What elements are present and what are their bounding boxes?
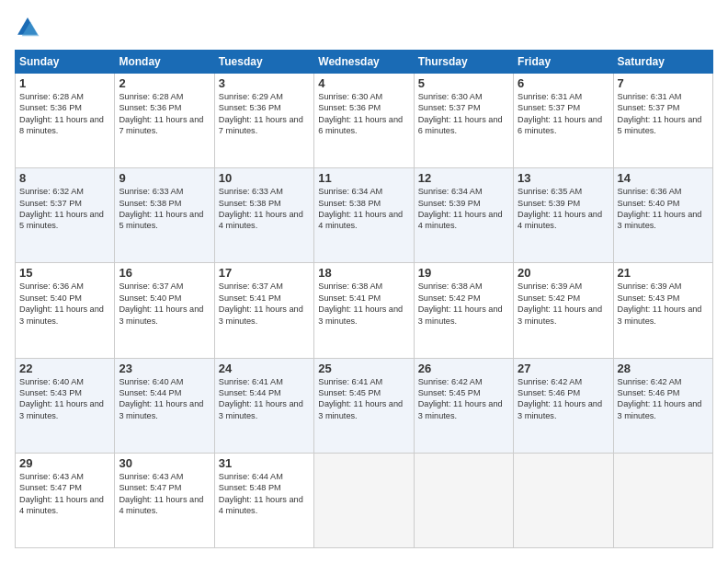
- week-row-4: 22Sunrise: 6:40 AMSunset: 5:43 PMDayligh…: [16, 358, 713, 453]
- weekday-wednesday: Wednesday: [314, 51, 414, 74]
- cell-info: Sunrise: 6:33 AMSunset: 5:38 PMDaylight:…: [219, 187, 303, 230]
- calendar-cell: 20Sunrise: 6:39 AMSunset: 5:42 PMDayligh…: [514, 263, 613, 358]
- day-number: 14: [618, 171, 709, 185]
- calendar-cell: 4Sunrise: 6:30 AMSunset: 5:36 PMDaylight…: [314, 74, 414, 168]
- calendar-cell: 6Sunrise: 6:31 AMSunset: 5:37 PMDaylight…: [514, 74, 613, 168]
- day-number: 24: [219, 362, 310, 375]
- calendar-cell: 30Sunrise: 6:43 AMSunset: 5:47 PMDayligh…: [115, 453, 214, 547]
- cell-info: Sunrise: 6:39 AMSunset: 5:42 PMDaylight:…: [518, 282, 602, 325]
- cell-info: Sunrise: 6:36 AMSunset: 5:40 PMDaylight:…: [618, 187, 702, 230]
- calendar-cell: 31Sunrise: 6:44 AMSunset: 5:48 PMDayligh…: [214, 453, 313, 547]
- calendar-cell: 27Sunrise: 6:42 AMSunset: 5:46 PMDayligh…: [514, 358, 613, 453]
- day-number: 1: [19, 76, 110, 90]
- calendar-cell: 10Sunrise: 6:33 AMSunset: 5:38 PMDayligh…: [214, 168, 313, 263]
- day-number: 22: [19, 362, 110, 375]
- cell-info: Sunrise: 6:43 AMSunset: 5:47 PMDaylight:…: [19, 472, 104, 515]
- day-number: 3: [219, 76, 310, 90]
- day-number: 13: [518, 171, 609, 185]
- day-number: 18: [318, 266, 409, 280]
- cell-info: Sunrise: 6:41 AMSunset: 5:44 PMDaylight:…: [219, 377, 303, 420]
- week-row-5: 29Sunrise: 6:43 AMSunset: 5:47 PMDayligh…: [16, 453, 713, 547]
- cell-info: Sunrise: 6:31 AMSunset: 5:37 PMDaylight:…: [618, 92, 702, 135]
- day-number: 21: [618, 266, 709, 280]
- weekday-thursday: Thursday: [414, 51, 513, 74]
- cell-info: Sunrise: 6:42 AMSunset: 5:45 PMDaylight:…: [418, 377, 503, 420]
- day-number: 11: [318, 171, 409, 185]
- day-number: 15: [19, 266, 110, 280]
- weekday-sunday: Sunday: [16, 51, 115, 74]
- day-number: 8: [19, 171, 110, 185]
- cell-info: Sunrise: 6:29 AMSunset: 5:36 PMDaylight:…: [219, 92, 303, 135]
- weekday-monday: Monday: [115, 51, 214, 74]
- cell-info: Sunrise: 6:44 AMSunset: 5:48 PMDaylight:…: [219, 472, 303, 515]
- day-number: 30: [119, 456, 210, 470]
- calendar-cell: 28Sunrise: 6:42 AMSunset: 5:46 PMDayligh…: [613, 358, 712, 453]
- calendar-cell: 9Sunrise: 6:33 AMSunset: 5:38 PMDaylight…: [115, 168, 214, 263]
- calendar-cell: 14Sunrise: 6:36 AMSunset: 5:40 PMDayligh…: [613, 168, 712, 263]
- cell-info: Sunrise: 6:41 AMSunset: 5:45 PMDaylight:…: [318, 377, 403, 420]
- day-number: 23: [119, 362, 210, 375]
- calendar-cell: 18Sunrise: 6:38 AMSunset: 5:41 PMDayligh…: [314, 263, 414, 358]
- logo: [15, 15, 44, 40]
- weekday-header-row: SundayMondayTuesdayWednesdayThursdayFrid…: [16, 51, 713, 74]
- cell-info: Sunrise: 6:36 AMSunset: 5:40 PMDaylight:…: [19, 282, 104, 325]
- cell-info: Sunrise: 6:32 AMSunset: 5:37 PMDaylight:…: [19, 187, 104, 230]
- calendar-cell: 1Sunrise: 6:28 AMSunset: 5:36 PMDaylight…: [16, 74, 115, 168]
- calendar-cell: 25Sunrise: 6:41 AMSunset: 5:45 PMDayligh…: [314, 358, 414, 453]
- day-number: 5: [418, 76, 509, 90]
- calendar-cell: 19Sunrise: 6:38 AMSunset: 5:42 PMDayligh…: [414, 263, 513, 358]
- calendar-cell: 17Sunrise: 6:37 AMSunset: 5:41 PMDayligh…: [214, 263, 313, 358]
- cell-info: Sunrise: 6:37 AMSunset: 5:41 PMDaylight:…: [219, 282, 303, 325]
- calendar-cell: 8Sunrise: 6:32 AMSunset: 5:37 PMDaylight…: [16, 168, 115, 263]
- calendar-cell: 11Sunrise: 6:34 AMSunset: 5:38 PMDayligh…: [314, 168, 414, 263]
- calendar-cell: [514, 453, 613, 547]
- day-number: 10: [219, 171, 310, 185]
- calendar-cell: 2Sunrise: 6:28 AMSunset: 5:36 PMDaylight…: [115, 74, 214, 168]
- calendar-cell: 13Sunrise: 6:35 AMSunset: 5:39 PMDayligh…: [514, 168, 613, 263]
- cell-info: Sunrise: 6:28 AMSunset: 5:36 PMDaylight:…: [119, 92, 203, 135]
- calendar-cell: [613, 453, 712, 547]
- cell-info: Sunrise: 6:43 AMSunset: 5:47 PMDaylight:…: [119, 472, 203, 515]
- calendar-cell: 15Sunrise: 6:36 AMSunset: 5:40 PMDayligh…: [16, 263, 115, 358]
- cell-info: Sunrise: 6:39 AMSunset: 5:43 PMDaylight:…: [618, 282, 702, 325]
- logo-icon: [15, 15, 40, 40]
- calendar-cell: 3Sunrise: 6:29 AMSunset: 5:36 PMDaylight…: [214, 74, 313, 168]
- cell-info: Sunrise: 6:38 AMSunset: 5:42 PMDaylight:…: [418, 282, 503, 325]
- cell-info: Sunrise: 6:35 AMSunset: 5:39 PMDaylight:…: [518, 187, 602, 230]
- calendar-cell: 24Sunrise: 6:41 AMSunset: 5:44 PMDayligh…: [214, 358, 313, 453]
- week-row-2: 8Sunrise: 6:32 AMSunset: 5:37 PMDaylight…: [16, 168, 713, 263]
- cell-info: Sunrise: 6:42 AMSunset: 5:46 PMDaylight:…: [518, 377, 602, 420]
- cell-info: Sunrise: 6:40 AMSunset: 5:44 PMDaylight:…: [119, 377, 203, 420]
- calendar-cell: 26Sunrise: 6:42 AMSunset: 5:45 PMDayligh…: [414, 358, 513, 453]
- calendar-cell: [314, 453, 414, 547]
- day-number: 28: [618, 362, 709, 375]
- day-number: 7: [618, 76, 709, 90]
- calendar-cell: 16Sunrise: 6:37 AMSunset: 5:40 PMDayligh…: [115, 263, 214, 358]
- cell-info: Sunrise: 6:33 AMSunset: 5:38 PMDaylight:…: [119, 187, 203, 230]
- day-number: 29: [19, 456, 110, 470]
- day-number: 27: [518, 362, 609, 375]
- week-row-3: 15Sunrise: 6:36 AMSunset: 5:40 PMDayligh…: [16, 263, 713, 358]
- cell-info: Sunrise: 6:28 AMSunset: 5:36 PMDaylight:…: [19, 92, 104, 135]
- cell-info: Sunrise: 6:42 AMSunset: 5:46 PMDaylight:…: [618, 377, 702, 420]
- weekday-saturday: Saturday: [613, 51, 712, 74]
- day-number: 2: [119, 76, 210, 90]
- week-row-1: 1Sunrise: 6:28 AMSunset: 5:36 PMDaylight…: [16, 74, 713, 168]
- calendar-cell: 12Sunrise: 6:34 AMSunset: 5:39 PMDayligh…: [414, 168, 513, 263]
- page: SundayMondayTuesdayWednesdayThursdayFrid…: [0, 0, 728, 563]
- cell-info: Sunrise: 6:40 AMSunset: 5:43 PMDaylight:…: [19, 377, 104, 420]
- cell-info: Sunrise: 6:37 AMSunset: 5:40 PMDaylight:…: [119, 282, 203, 325]
- day-number: 9: [119, 171, 210, 185]
- day-number: 17: [219, 266, 310, 280]
- cell-info: Sunrise: 6:38 AMSunset: 5:41 PMDaylight:…: [318, 282, 403, 325]
- calendar-cell: 23Sunrise: 6:40 AMSunset: 5:44 PMDayligh…: [115, 358, 214, 453]
- calendar-cell: 7Sunrise: 6:31 AMSunset: 5:37 PMDaylight…: [613, 74, 712, 168]
- day-number: 25: [318, 362, 409, 375]
- day-number: 31: [219, 456, 310, 470]
- cell-info: Sunrise: 6:30 AMSunset: 5:36 PMDaylight:…: [318, 92, 403, 135]
- calendar-cell: 22Sunrise: 6:40 AMSunset: 5:43 PMDayligh…: [16, 358, 115, 453]
- weekday-friday: Friday: [514, 51, 613, 74]
- cell-info: Sunrise: 6:30 AMSunset: 5:37 PMDaylight:…: [418, 92, 503, 135]
- calendar-cell: [414, 453, 513, 547]
- day-number: 16: [119, 266, 210, 280]
